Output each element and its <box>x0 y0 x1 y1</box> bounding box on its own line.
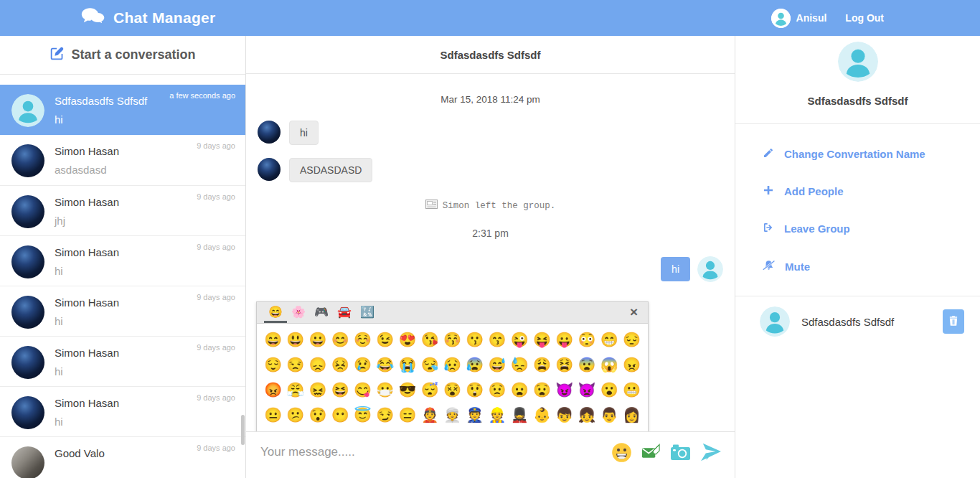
conversation-item[interactable]: Simon Hasan jhj 9 days ago <box>0 185 245 235</box>
emoji[interactable]: 👲 <box>329 428 352 431</box>
emoji[interactable]: 😱 <box>598 352 621 378</box>
conversation-item[interactable]: Sdfasdasdfs Sdfsdf hi a few seconds ago <box>0 85 245 135</box>
emoji[interactable]: 😌 <box>262 352 284 378</box>
emoji[interactable]: 😫 <box>553 352 575 378</box>
emoji[interactable]: 😘 <box>419 327 441 352</box>
emoji[interactable]: 💇 <box>621 428 643 431</box>
conversation-item[interactable]: Simon Hasan hi 9 days ago <box>0 286 245 336</box>
emoji[interactable]: 👰 <box>575 428 598 431</box>
emoji[interactable]: 😷 <box>374 378 396 403</box>
emoji[interactable]: 😑 <box>396 403 418 428</box>
emoji[interactable]: 😞 <box>306 352 329 378</box>
emoji[interactable]: 😝 <box>531 327 553 352</box>
emoji[interactable]: 😄 <box>262 327 284 352</box>
emoji[interactable]: 👷 <box>486 403 508 428</box>
emoji[interactable]: 👿 <box>575 378 598 403</box>
emoji[interactable]: 😁 <box>598 327 621 352</box>
emoji[interactable]: 😉 <box>374 327 396 352</box>
emoji[interactable]: 🙎 <box>374 428 396 431</box>
emoji[interactable]: 👱 <box>262 428 284 431</box>
emoji[interactable]: 😕 <box>284 403 306 428</box>
leave-group-button[interactable]: Leave Group <box>763 222 980 235</box>
emoji[interactable]: 🎅 <box>553 428 575 431</box>
emoji[interactable]: 😧 <box>531 378 553 403</box>
emoji[interactable]: 😶 <box>329 403 352 428</box>
emoji[interactable]: 😚 <box>441 327 463 352</box>
mute-button[interactable]: Mute <box>763 259 980 273</box>
emoji[interactable]: 👸 <box>352 428 374 431</box>
emoji[interactable]: 😭 <box>396 352 418 378</box>
nav-user-menu[interactable]: Anisul <box>771 9 827 28</box>
conversation-item[interactable]: Simon Hasan hi 9 days ago <box>0 235 245 286</box>
emoji[interactable]: 💂 <box>509 403 531 428</box>
emoji[interactable]: 😮 <box>598 378 621 403</box>
emoji-tab-travel[interactable]: 🚘 <box>333 302 356 323</box>
emoji[interactable]: 😲 <box>463 378 486 403</box>
emoji[interactable]: 😡 <box>262 378 284 403</box>
emoji[interactable]: 😛 <box>553 327 575 352</box>
close-icon[interactable]: × <box>627 302 641 323</box>
conversation-item[interactable]: Simon Hasan hi 9 days ago <box>0 336 245 386</box>
emoji-tab-symbols[interactable]: 🔣 <box>356 302 379 323</box>
emoji[interactable]: 😳 <box>575 327 598 352</box>
emoji[interactable]: 👴 <box>284 428 306 431</box>
emoji[interactable]: 😗 <box>463 327 486 352</box>
emoji[interactable]: 😩 <box>531 352 553 378</box>
emoji[interactable]: 😵 <box>441 378 463 403</box>
nav-username[interactable]: Anisul <box>796 12 827 24</box>
start-conversation-header[interactable]: Start a conversation <box>0 36 245 75</box>
emoji[interactable]: 👶 <box>531 403 553 428</box>
emoji[interactable]: 😙 <box>486 327 508 352</box>
emoji[interactable]: 😒 <box>284 352 306 378</box>
emoji[interactable]: 😖 <box>306 378 329 403</box>
sidebar-scrollbar[interactable] <box>241 415 245 445</box>
emoji[interactable]: 😬 <box>621 378 643 403</box>
emoji[interactable]: 😂 <box>374 352 396 378</box>
emoji[interactable]: 👼 <box>531 428 553 431</box>
emoji[interactable]: 😎 <box>396 378 418 403</box>
emoji[interactable]: 😟 <box>486 378 508 403</box>
emoji[interactable]: 😋 <box>352 378 374 403</box>
message-request-icon[interactable] <box>641 444 661 461</box>
emoji[interactable]: 👧 <box>575 403 598 428</box>
emoji[interactable]: 👩 <box>621 403 643 428</box>
emoji[interactable]: 🙏 <box>509 428 531 431</box>
emoji[interactable]: 😍 <box>396 327 418 352</box>
emoji-tab-activities[interactable]: 🎮 <box>310 302 333 323</box>
emoji[interactable]: 👨 <box>598 403 621 428</box>
conversation-item[interactable]: Simon Hasan asdasdasd 9 days ago <box>0 135 245 185</box>
add-people-button[interactable]: Add People <box>763 184 980 198</box>
emoji[interactable]: 😠 <box>621 352 643 378</box>
emoji[interactable]: 👮 <box>463 403 486 428</box>
conversation-item[interactable]: Good Valo 9 days ago <box>0 436 245 478</box>
emoji-tab-smileys[interactable]: 😄 <box>264 302 287 323</box>
emoji[interactable]: 😅 <box>486 352 508 378</box>
emoji[interactable]: 😜 <box>509 327 531 352</box>
send-icon[interactable] <box>700 442 722 462</box>
emoji[interactable]: 😯 <box>306 403 329 428</box>
emoji[interactable]: 💆 <box>598 428 621 431</box>
emoji[interactable]: 😔 <box>621 327 643 352</box>
emoji[interactable]: 🙋 <box>441 428 463 431</box>
emoji[interactable]: 😣 <box>329 352 352 378</box>
emoji[interactable]: 😪 <box>419 352 441 378</box>
emoji[interactable]: 👵 <box>306 428 329 431</box>
logout-link[interactable]: Log Out <box>845 12 884 24</box>
emoji[interactable]: 😢 <box>352 352 374 378</box>
camera-icon[interactable] <box>670 444 691 461</box>
emoji[interactable]: 😇 <box>352 403 374 428</box>
message-input[interactable] <box>260 445 611 459</box>
emoji[interactable]: 😃 <box>284 327 306 352</box>
conversation-item[interactable]: Simon Hasan hi 9 days ago <box>0 386 245 436</box>
emoji[interactable]: 😦 <box>509 378 531 403</box>
emoji[interactable]: 😤 <box>284 378 306 403</box>
emoji-picker-button[interactable] <box>611 442 632 463</box>
emoji[interactable]: 😏 <box>374 403 396 428</box>
emoji[interactable]: 😨 <box>575 352 598 378</box>
emoji[interactable]: 😥 <box>441 352 463 378</box>
emoji[interactable]: 😈 <box>553 378 575 403</box>
emoji[interactable]: 🙆 <box>419 428 441 431</box>
emoji[interactable]: 👦 <box>553 403 575 428</box>
emoji[interactable]: 😰 <box>463 352 486 378</box>
emoji[interactable]: 😆 <box>329 378 352 403</box>
